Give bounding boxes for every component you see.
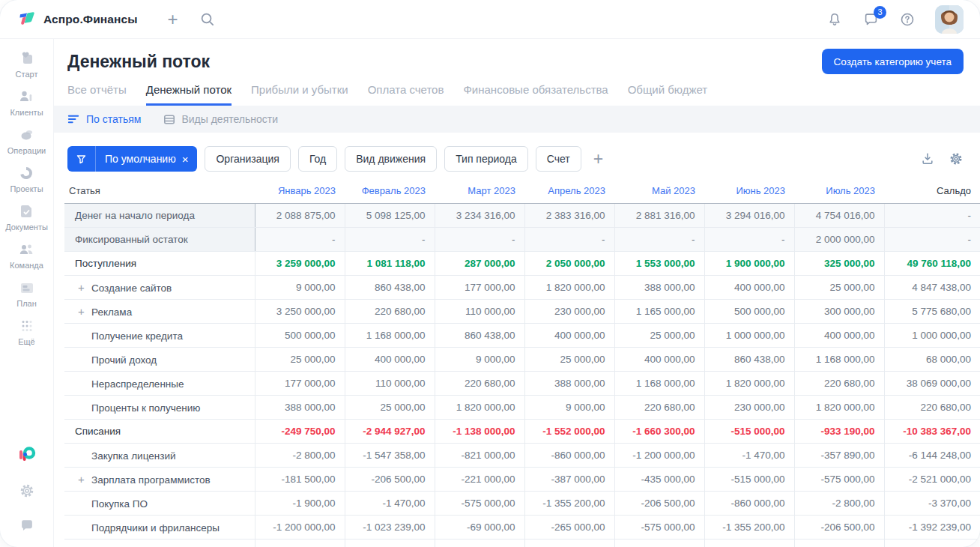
row-label: +Зарплата программистов xyxy=(64,468,255,492)
table-cell: -6 144 248,00 xyxy=(884,540,980,547)
table-cell: 177 000,00 xyxy=(255,372,345,396)
tab-all-reports[interactable]: Все отчёты xyxy=(67,83,127,106)
table-cell: 1 168 000,00 xyxy=(345,324,435,348)
table-cell: -2 800,00 xyxy=(794,492,884,516)
table-cell: 388 000,00 xyxy=(614,276,704,300)
filter-row: По умолчанию × ОрганизацияГодВид движени… xyxy=(54,133,980,181)
column-article: Статья xyxy=(64,181,255,204)
sidebar-item-projects[interactable]: Проекты xyxy=(10,164,43,193)
sidebar-item-plan[interactable]: План xyxy=(16,279,37,308)
page-title: Денежный поток xyxy=(67,52,210,72)
sidebar-gear-icon[interactable] xyxy=(19,483,35,499)
table-cell: 25 000,00 xyxy=(345,396,435,420)
view-by-articles[interactable]: По статьям xyxy=(67,113,141,125)
table-cell: -1 355 200,00 xyxy=(524,492,614,516)
table-row[interactable]: +Создание сайтов9 000,00860 438,00177 00… xyxy=(64,276,980,300)
sidebar-item-clients[interactable]: Клиенты xyxy=(10,88,43,117)
tab-cash-flow[interactable]: Денежный поток xyxy=(146,83,232,106)
table-cell: 2 881 316,00 xyxy=(614,204,704,228)
table-row[interactable]: +Подрядчики и фрилансеры-1 200 000,00-1 … xyxy=(64,516,980,540)
table-row[interactable]: Списания-249 750,00-2 944 927,00-1 138 0… xyxy=(64,420,980,444)
table-row[interactable]: +Проценты к получению388 000,0025 000,00… xyxy=(64,396,980,420)
table-row[interactable]: +Нераспределенные177 000,00110 000,00220… xyxy=(64,372,980,396)
table-cell: 4 847 438,00 xyxy=(884,276,980,300)
table-row[interactable]: +Получение кредита500 000,001 168 000,00… xyxy=(64,324,980,348)
notifications-bell-icon[interactable] xyxy=(826,11,843,28)
sidebar-item-more[interactable]: Ещё xyxy=(18,317,36,346)
table-cell: -821 000,00 xyxy=(435,444,524,468)
create-plus-icon[interactable]: + xyxy=(167,10,178,28)
table-cell: 1 553 000,00 xyxy=(614,252,704,276)
table-cell: -1 200 000,00 xyxy=(614,540,704,547)
table-row[interactable]: +Реклама3 250 000,00220 680,00110 000,00… xyxy=(64,300,980,324)
messages-chat-icon[interactable]: 3 xyxy=(862,11,880,28)
table-row[interactable]: +Прочий доход25 000,00400 000,009 000,00… xyxy=(64,348,980,372)
sidebar-item-label: Клиенты xyxy=(10,108,43,117)
column-month[interactable]: Июнь 2023 xyxy=(704,181,794,204)
table-cell: - xyxy=(255,228,345,252)
tab-liabilities[interactable]: Финансовые обязательства xyxy=(463,83,608,106)
filter-chip-movement-type[interactable]: Вид движения xyxy=(345,146,437,172)
table-row[interactable]: Фиксированный остаток------2 000 000,00- xyxy=(64,228,980,252)
row-label: +Создание сайтов xyxy=(64,276,255,300)
expand-plus-icon[interactable]: + xyxy=(78,281,91,294)
table-row[interactable]: Поступления3 259 000,001 081 118,00287 0… xyxy=(64,252,980,276)
column-month[interactable]: Июль 2023 xyxy=(794,181,884,204)
chat-unread-badge: 3 xyxy=(874,6,886,19)
table-cell: - xyxy=(614,228,704,252)
sidebar-item-label: Ещё xyxy=(18,337,35,346)
table-row[interactable]: +Закупка лицензий-2 800,00-1 547 358,00-… xyxy=(64,444,980,468)
help-icon[interactable] xyxy=(899,11,916,28)
tab-budget[interactable]: Общий бюджет xyxy=(628,83,708,106)
close-icon[interactable]: × xyxy=(181,146,198,172)
table-row[interactable]: Денег на начало периода2 088 875,005 098… xyxy=(64,204,980,228)
table-cell: -1 470,00 xyxy=(345,492,435,516)
sidebar-item-operations[interactable]: Операции xyxy=(7,126,46,155)
settings-gear-icon[interactable] xyxy=(949,151,964,166)
tab-invoices[interactable]: Оплата счетов xyxy=(368,83,444,106)
topbar: Аспро.Финансы + 3 xyxy=(0,0,980,39)
filter-chip-year[interactable]: Год xyxy=(298,146,337,172)
column-month[interactable]: Март 2023 xyxy=(435,181,524,204)
table-cell: -69 000,00 xyxy=(435,516,524,540)
download-icon[interactable] xyxy=(920,151,935,166)
filter-chip-organization[interactable]: Организация xyxy=(205,146,290,172)
create-category-button[interactable]: Создать категорию учета xyxy=(822,49,964,74)
default-filter-chip[interactable]: По умолчанию × xyxy=(67,146,197,172)
sidebar-item-label: Документы xyxy=(5,223,48,232)
filter-chip-account[interactable]: Счет xyxy=(536,146,581,172)
sidebar-item-documents[interactable]: Документы xyxy=(5,202,48,232)
search-icon[interactable] xyxy=(199,11,215,27)
row-label-text: Прочий доход xyxy=(91,354,157,366)
table-cell: -387 000,00 xyxy=(524,468,614,492)
table-cell: -860 000,00 xyxy=(524,444,614,468)
filter-chip-period-type[interactable]: Тип периода xyxy=(444,146,528,172)
column-month[interactable]: Апрель 2023 xyxy=(524,181,614,204)
table-cell: -221 000,00 xyxy=(435,468,524,492)
sidebar-chat-icon[interactable] xyxy=(19,517,35,534)
sidebar-item-team[interactable]: Команда xyxy=(10,241,43,270)
add-filter-icon[interactable]: + xyxy=(593,151,603,168)
column-month[interactable]: Февраль 2023 xyxy=(345,181,435,204)
table-row[interactable]: +Покупка ПО-1 900,00-1 470,00-575 000,00… xyxy=(64,492,980,516)
tab-profit-loss[interactable]: Прибыли и убытки xyxy=(251,83,348,106)
table-cell: -1 355 200,00 xyxy=(704,516,794,540)
expand-plus-icon[interactable]: + xyxy=(78,473,91,486)
table-cell: 860 438,00 xyxy=(704,348,794,372)
expand-plus-icon[interactable]: + xyxy=(78,305,91,318)
sidebar-item-start[interactable]: Старт xyxy=(16,49,38,79)
table-row[interactable]: +Зарплата программистов-181 500,00-206 5… xyxy=(64,468,980,492)
view-activity-kinds[interactable]: Виды деятельности xyxy=(163,113,278,125)
table-row[interactable]: +Зарплата программистов-2 800,00-1 547 3… xyxy=(64,540,980,547)
column-month[interactable]: Май 2023 xyxy=(614,181,704,204)
plan-icon xyxy=(18,279,36,297)
column-month[interactable]: Январь 2023 xyxy=(255,181,345,204)
sidebar-item-label: Операции xyxy=(7,146,46,155)
table-cell: 3 294 016,00 xyxy=(704,204,794,228)
table-cell: -206 500,00 xyxy=(794,516,884,540)
aspro-mini-logo-icon[interactable] xyxy=(16,444,37,465)
table-cell: -2 800,00 xyxy=(255,444,345,468)
table-cell: -860 000,00 xyxy=(524,540,614,547)
user-avatar[interactable] xyxy=(935,5,964,34)
table-cell: -515 000,00 xyxy=(704,468,794,492)
